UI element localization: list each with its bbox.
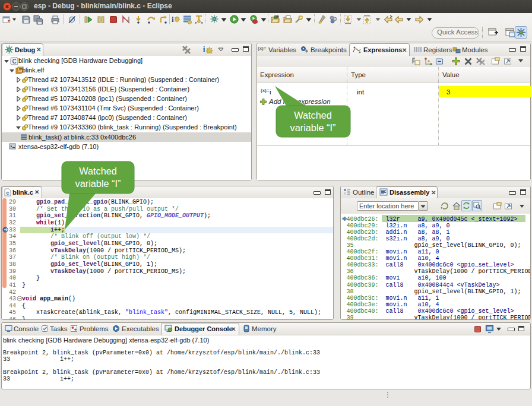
svg-text:C: C <box>12 58 16 65</box>
svg-text:Watched: Watched <box>294 110 332 120</box>
svg-text:c: c <box>6 191 9 196</box>
svg-text:Watched: Watched <box>79 166 117 176</box>
svg-text:variable “I”: variable “I” <box>290 122 336 133</box>
svg-text:variable “I”: variable “I” <box>75 178 121 189</box>
